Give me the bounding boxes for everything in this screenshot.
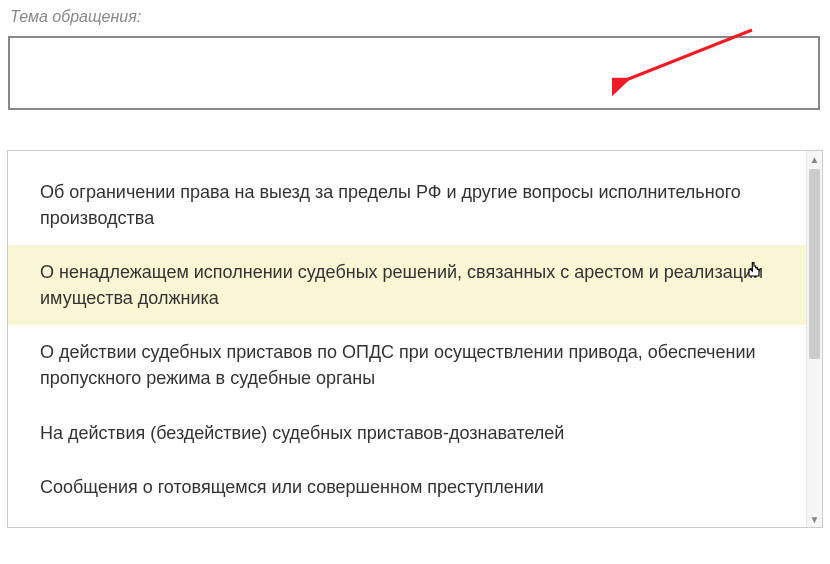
pointer-cursor-icon bbox=[744, 261, 764, 281]
field-label: Тема обращения: bbox=[0, 0, 830, 32]
dropdown-item[interactable]: О действии судебных приставов по ОПДС пр… bbox=[8, 325, 806, 405]
dropdown-item[interactable]: Сообщения о готовящемся или совершенном … bbox=[8, 460, 806, 514]
dropdown-item[interactable]: О ненадлежащем исполнении судебных решен… bbox=[8, 245, 806, 325]
dropdown-item-label: О ненадлежащем исполнении судебных решен… bbox=[40, 262, 763, 308]
scroll-down-icon[interactable]: ▼ bbox=[807, 511, 822, 527]
dropdown-item[interactable]: Об ограничении права на выезд за пределы… bbox=[8, 165, 806, 245]
scroll-up-icon[interactable]: ▲ bbox=[807, 151, 822, 167]
dropdown-list: Об ограничении права на выезд за пределы… bbox=[8, 151, 806, 527]
scroll-thumb[interactable] bbox=[809, 169, 820, 359]
scrollbar[interactable]: ▲ ▼ bbox=[806, 151, 822, 527]
subject-input[interactable] bbox=[8, 36, 820, 110]
dropdown-item[interactable]: На действия (бездействие) судебных прист… bbox=[8, 406, 806, 460]
subject-dropdown: Об ограничении права на выезд за пределы… bbox=[7, 150, 823, 528]
